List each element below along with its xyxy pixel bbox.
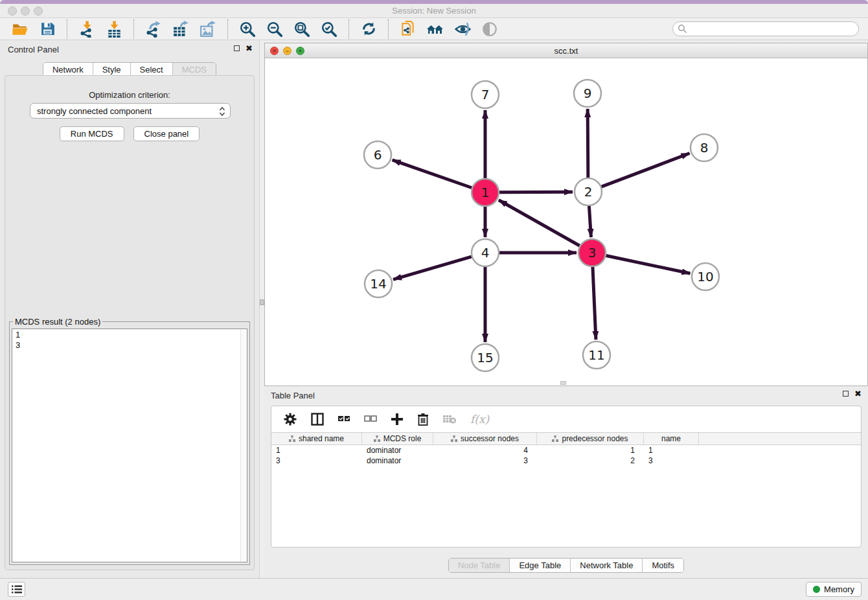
edge-4-14[interactable] bbox=[393, 257, 472, 279]
column-header-name[interactable]: name bbox=[644, 433, 699, 444]
node-15[interactable]: 15 bbox=[472, 344, 499, 371]
result-scrollbar[interactable] bbox=[240, 330, 246, 561]
network-window-titlebar[interactable]: ✕ − + scc.txt bbox=[265, 43, 867, 58]
node-3[interactable]: 3 bbox=[578, 239, 606, 266]
table-row[interactable]: 3dominator323 bbox=[271, 456, 861, 466]
node-label: 8 bbox=[700, 140, 709, 156]
network-window-title: scc.txt bbox=[265, 46, 867, 56]
node-1[interactable]: 1 bbox=[472, 179, 499, 206]
edge-2-8[interactable] bbox=[602, 154, 690, 187]
run-mcds-button[interactable]: Run MCDS bbox=[60, 126, 124, 141]
select-all-rows-icon[interactable] bbox=[337, 414, 350, 424]
table-cell: 1 bbox=[644, 445, 699, 456]
export-table-icon[interactable] bbox=[171, 20, 190, 38]
table-tab-node-table[interactable]: Node Table bbox=[449, 559, 510, 572]
zoom-fit-icon[interactable] bbox=[292, 20, 312, 38]
network-resize-grip[interactable] bbox=[560, 381, 566, 385]
node-label: 10 bbox=[697, 269, 713, 284]
node-9[interactable]: 9 bbox=[574, 80, 601, 107]
node-2[interactable]: 2 bbox=[575, 178, 602, 205]
memory-button[interactable]: Memory bbox=[806, 582, 862, 597]
node-4[interactable]: 4 bbox=[472, 239, 499, 266]
export-image-icon[interactable] bbox=[198, 20, 218, 38]
open-session-icon[interactable] bbox=[10, 20, 30, 38]
column-header-MCDS-role[interactable]: MCDS role bbox=[362, 433, 433, 444]
node-6[interactable]: 6 bbox=[364, 141, 391, 168]
close-panel-icon[interactable]: ✖ bbox=[246, 44, 253, 52]
table-cell: dominator bbox=[362, 445, 433, 456]
delete-column-icon[interactable] bbox=[417, 413, 429, 426]
toggle-column-display-icon[interactable] bbox=[311, 413, 324, 426]
node-8[interactable]: 8 bbox=[691, 134, 718, 161]
close-table-panel-icon[interactable]: ✖ bbox=[854, 389, 862, 398]
table-panel-title: Table Panel bbox=[271, 391, 315, 400]
import-table-icon[interactable] bbox=[104, 20, 124, 38]
node-label: 1 bbox=[481, 185, 490, 200]
table-tab-motifs[interactable]: Motifs bbox=[643, 559, 683, 572]
export-network-icon[interactable] bbox=[144, 20, 163, 38]
control-panel: Control Panel ✖ NetworkStyleSelectMCDS O… bbox=[0, 40, 259, 578]
search-icon bbox=[678, 24, 687, 33]
zoom-in-icon[interactable] bbox=[238, 20, 257, 38]
task-history-button[interactable] bbox=[8, 582, 25, 597]
table-tab-network-table[interactable]: Network Table bbox=[571, 559, 643, 572]
table-toolbar: f(x) bbox=[271, 406, 861, 432]
mcds-result-lines: 13 bbox=[16, 330, 244, 351]
edge-3-1[interactable] bbox=[499, 200, 580, 246]
toolbar-separator bbox=[388, 19, 389, 39]
network-view-window: ✕ − + scc.txt 7968124314101511 bbox=[264, 43, 868, 386]
add-column-icon[interactable] bbox=[391, 413, 404, 426]
flow-column-icon bbox=[374, 435, 380, 442]
float-table-panel-icon[interactable] bbox=[843, 391, 849, 397]
close-panel-button[interactable]: Close panel bbox=[133, 126, 200, 141]
tab-network[interactable]: Network bbox=[43, 63, 93, 76]
tab-mcds[interactable]: MCDS bbox=[173, 63, 216, 76]
network-canvas[interactable]: 7968124314101511 bbox=[265, 58, 867, 386]
save-session-icon[interactable] bbox=[38, 20, 57, 38]
panel-split-divider[interactable] bbox=[259, 40, 264, 578]
column-header-successor-nodes[interactable]: successor nodes bbox=[433, 433, 537, 444]
show-all-icon[interactable] bbox=[480, 20, 499, 38]
zoom-out-icon[interactable] bbox=[265, 20, 284, 38]
table-row[interactable]: 1dominator411 bbox=[271, 445, 861, 456]
edge-1-2[interactable] bbox=[499, 192, 573, 192]
tab-select[interactable]: Select bbox=[131, 63, 173, 76]
edge-3-11[interactable] bbox=[593, 267, 596, 340]
node-label: 11 bbox=[588, 347, 604, 363]
table-tab-edge-table[interactable]: Edge Table bbox=[510, 559, 571, 572]
mcds-result-box[interactable]: 13 bbox=[12, 329, 247, 562]
deselect-all-rows-icon[interactable] bbox=[364, 414, 377, 424]
import-network-icon[interactable] bbox=[77, 20, 97, 38]
criterion-select[interactable]: strongly connected component bbox=[30, 103, 231, 119]
column-header-label: predecessor nodes bbox=[562, 434, 628, 443]
edge-1-6[interactable] bbox=[393, 160, 472, 188]
hide-selected-icon[interactable] bbox=[453, 20, 472, 38]
window-title: Session: New Session bbox=[0, 6, 868, 16]
float-panel-icon[interactable] bbox=[234, 45, 240, 51]
edge-2-9[interactable] bbox=[588, 109, 588, 178]
column-header-shared-name[interactable]: shared name bbox=[271, 433, 362, 444]
copy-network-view-icon[interactable] bbox=[398, 20, 418, 38]
table-cell: 4 bbox=[433, 445, 537, 456]
delete-table-icon[interactable] bbox=[442, 414, 457, 424]
search-input[interactable] bbox=[672, 21, 859, 36]
apply-layout-icon[interactable] bbox=[359, 20, 378, 38]
table-header-row: shared nameMCDS rolesuccessor nodesprede… bbox=[271, 432, 861, 445]
node-10[interactable]: 10 bbox=[692, 263, 719, 290]
edge-2-3[interactable] bbox=[589, 206, 591, 237]
divider-grip[interactable] bbox=[260, 299, 264, 305]
select-stepper-icon bbox=[219, 106, 225, 117]
node-14[interactable]: 14 bbox=[365, 270, 392, 297]
settings-gear-icon[interactable] bbox=[283, 412, 297, 426]
result-line: 3 bbox=[16, 340, 244, 351]
memory-button-label: Memory bbox=[824, 584, 854, 594]
column-header-predecessor-nodes[interactable]: predecessor nodes bbox=[537, 433, 644, 444]
edge-3-10[interactable] bbox=[606, 256, 691, 273]
node-7[interactable]: 7 bbox=[472, 81, 499, 108]
first-neighbors-icon[interactable] bbox=[426, 20, 445, 38]
function-builder-icon[interactable]: f(x) bbox=[470, 413, 489, 426]
tab-style[interactable]: Style bbox=[93, 63, 131, 76]
node-11[interactable]: 11 bbox=[583, 341, 610, 369]
table-cell: 1 bbox=[537, 445, 644, 456]
zoom-selected-icon[interactable] bbox=[319, 20, 339, 38]
